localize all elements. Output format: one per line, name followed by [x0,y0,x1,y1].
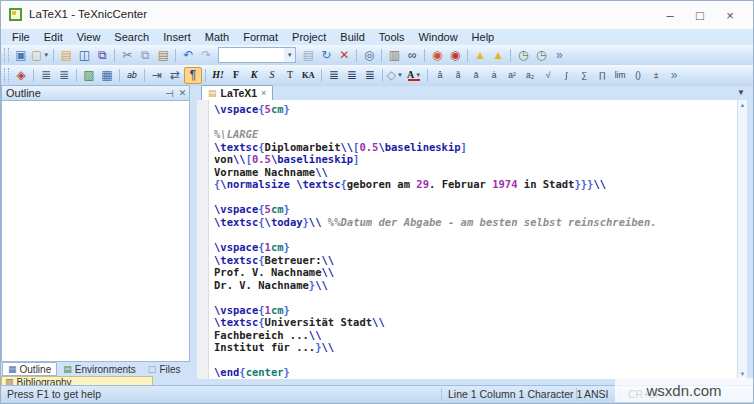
bold-button[interactable]: F [227,67,245,84]
code-line: Vorname Nachname\\ [214,166,738,179]
insert-image-icon[interactable]: ▧ [80,67,98,84]
tab-environments[interactable]: ▤Environments [57,362,142,376]
menu-tools[interactable]: Tools [372,30,412,44]
label-icon[interactable]: ab [123,67,141,84]
accent-tilde-icon[interactable]: ã [449,67,467,84]
product-icon[interactable]: ∏ [593,67,611,84]
copy-icon[interactable]: ⧉ [136,47,154,64]
sqrt-icon[interactable]: √ [539,67,557,84]
preview-icon[interactable]: ◎ [360,47,378,64]
undo-icon[interactable]: ↶ [179,47,197,64]
redo-icon[interactable]: ↷ [197,47,215,64]
status-encoding: ANSI [584,388,609,400]
numbered-list-icon[interactable]: ≣ [55,67,73,84]
toolbar2-grip[interactable] [4,68,9,82]
previous-warning-icon[interactable]: ▲ [471,47,489,64]
document-list-dropdown-icon[interactable]: ▼ [737,88,745,97]
tab-outline[interactable]: ▦Outline [2,362,57,376]
minimize-icon[interactable]: – [655,8,685,23]
code-line: Institut für ...}\\ [214,341,738,354]
limit-icon[interactable]: lim [611,67,629,84]
build-profile-combo[interactable]: ▼ [218,47,296,63]
wrap-icon[interactable]: ⇄ [166,67,184,84]
align-right-icon[interactable]: ≣ [361,67,379,84]
vertical-scrollbar[interactable]: ▲ ▼ [737,100,747,379]
menu-help[interactable]: Help [465,30,502,44]
accent-dot-icon[interactable]: ȧ [485,67,503,84]
status-help-text: Press F1 to get help [7,388,101,400]
menu-format[interactable]: Format [236,30,285,44]
format-marks-toggle[interactable]: ¶ [184,67,202,84]
code-line [214,291,738,304]
close-icon[interactable]: × [715,8,745,23]
menu-file[interactable]: File [5,30,37,44]
code-line: \vspace{1cm} [214,241,738,254]
menu-edit[interactable]: Edit [37,30,70,44]
panel-close-icon[interactable]: ✕ [176,88,189,98]
emphasize-button[interactable]: H! [209,67,227,84]
previous-error-icon[interactable]: ◉ [428,47,446,64]
view-toc-icon[interactable]: ▥ [385,47,403,64]
open-file-icon[interactable]: ▤ [57,47,75,64]
tab-label: Outline [20,364,52,375]
scroll-up-icon[interactable]: ▲ [738,102,747,108]
typewriter-button[interactable]: T [281,67,299,84]
align-center-icon[interactable]: ≣ [343,67,361,84]
stop-build-icon[interactable]: ✕ [335,47,353,64]
menu-insert[interactable]: Insert [156,30,198,44]
build-view-icon[interactable]: ↻ [317,47,335,64]
save-all-icon[interactable]: ⧉ [93,47,111,64]
previous-badbox-icon[interactable]: ◷ [514,47,532,64]
font-color-icon[interactable]: A▼ [404,67,424,84]
combo-dropdown-icon[interactable]: ▼ [284,48,295,62]
menu-project[interactable]: Project [285,30,333,44]
pin-icon[interactable]: ⊤ [164,87,175,100]
new-project-icon[interactable]: ▣ [12,47,30,64]
new-environment-icon[interactable]: ◈ [12,67,30,84]
indent-icon[interactable]: ⇥ [148,67,166,84]
smallcaps-button[interactable]: KA [299,67,318,84]
toolbar1-grip[interactable] [4,48,9,62]
italic-button[interactable]: K [245,67,263,84]
outline-tree[interactable] [1,101,190,362]
toolbar2-options-icon[interactable]: » [665,67,683,84]
find-in-files-icon[interactable]: ∞ [403,47,421,64]
next-error-icon[interactable]: ◉ [446,47,464,64]
align-left-icon[interactable]: ≣ [325,67,343,84]
menu-build[interactable]: Build [333,30,371,44]
scroll-down-icon[interactable]: ▼ [738,371,747,377]
paste-icon[interactable]: ▤ [154,47,172,64]
background-color-icon[interactable]: ◇▼ [386,67,404,84]
code-line: Fachbereich ...\\ [214,329,738,342]
maximize-icon[interactable]: □ [685,8,715,23]
menu-math[interactable]: Math [198,30,236,44]
code-line: {\normalsize \textsc{geboren am 29. Febr… [214,178,738,191]
superscript-icon[interactable]: a² [503,67,521,84]
menu-window[interactable]: Window [411,30,464,44]
plus-minus-icon[interactable]: ± [647,67,665,84]
next-badbox-icon[interactable]: ◷ [532,47,550,64]
bullet-list-icon[interactable]: ≣ [37,67,55,84]
integral-icon[interactable]: ∫ [557,67,575,84]
tab-files[interactable]: ▢Files [142,362,187,376]
document-tabbar: ▤ LaTeX1 × ▼ [197,85,747,101]
tab-close-icon[interactable]: × [261,88,266,98]
tab-latex1[interactable]: ▤ LaTeX1 × [201,85,273,100]
insert-table-icon[interactable]: ▦ [98,67,116,84]
menu-search[interactable]: Search [107,30,156,44]
code-editor[interactable]: \vspace{5cm} %\LARGE\textsc{Diplomarbeit… [197,100,738,379]
next-warning-icon[interactable]: ▲ [489,47,507,64]
menu-view[interactable]: View [70,30,108,44]
toolbar1-options-icon[interactable]: » [550,47,568,64]
accent-bar-icon[interactable]: ā [467,67,485,84]
parentheses-icon[interactable]: () [629,67,647,84]
save-icon[interactable]: ◫ [75,47,93,64]
slanted-button[interactable]: S [263,67,281,84]
subscript-icon[interactable]: a₂ [521,67,539,84]
accent-hat-icon[interactable]: â [431,67,449,84]
new-document-icon[interactable]: ▢▼ [30,47,50,64]
build-profile-combo-input[interactable] [219,48,284,62]
build-icon[interactable]: ▤ [299,47,317,64]
sum-icon[interactable]: ∑ [575,67,593,84]
cut-icon[interactable]: ✂ [118,47,136,64]
